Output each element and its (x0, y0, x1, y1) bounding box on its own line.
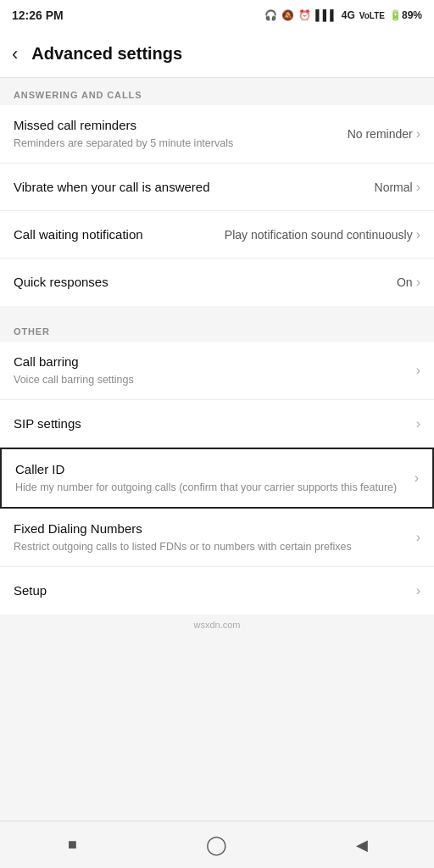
item-title-fixed-dialing-numbers: Fixed Dialing Numbers (14, 520, 409, 537)
item-title-call-waiting-notification: Call waiting notification (14, 226, 218, 243)
chevron-icon-caller-id: › (415, 470, 419, 486)
item-left-call-barring: Call barringVoice call barring settings (14, 353, 416, 387)
bottom-nav: ■ ◯ ◀ (0, 821, 434, 868)
nav-square-button[interactable]: ■ (60, 833, 84, 857)
nav-home-button[interactable]: ◯ (205, 833, 229, 857)
network-volte-icon: VoLTE (359, 11, 385, 20)
chevron-icon-call-barring: › (416, 363, 420, 378)
settings-item-setup[interactable]: Setup› (0, 567, 434, 615)
alarm-icon: ⏰ (298, 9, 311, 21)
item-title-vibrate-call-answered: Vibrate when your call is answered (14, 179, 368, 196)
item-title-sip-settings: SIP settings (14, 415, 409, 432)
settings-item-call-barring[interactable]: Call barringVoice call barring settings› (0, 342, 434, 400)
watermark: wsxdn.com (0, 615, 434, 689)
page-title: Advanced settings (31, 44, 182, 64)
settings-item-vibrate-call-answered[interactable]: Vibrate when your call is answeredNormal… (0, 164, 434, 211)
item-left-caller-id: Caller IDHide my number for outgoing cal… (15, 461, 415, 495)
app-header: ‹ Advanced settings (0, 31, 434, 78)
item-title-caller-id: Caller ID (15, 461, 408, 478)
item-left-fixed-dialing-numbers: Fixed Dialing NumbersRestrict outgoing c… (14, 520, 416, 554)
settings-item-caller-id[interactable]: Caller IDHide my number for outgoing cal… (0, 448, 434, 509)
chevron-icon-missed-call-reminders: › (416, 126, 420, 142)
item-right-caller-id: › (415, 470, 419, 486)
mute-icon: 🔕 (281, 9, 294, 21)
section-gap-0 (0, 306, 434, 314)
item-right-vibrate-call-answered: Normal› (375, 180, 420, 195)
signal-icon: ▌▌▌ (315, 9, 337, 21)
status-time: 12:26 PM (12, 8, 64, 22)
triangle-icon: ◀ (356, 836, 368, 854)
item-right-call-barring: › (416, 363, 420, 378)
settings-item-missed-call-reminders[interactable]: Missed call remindersReminders are separ… (0, 105, 434, 164)
item-left-sip-settings: SIP settings (14, 415, 416, 432)
item-title-setup: Setup (14, 582, 409, 599)
settings-item-quick-responses[interactable]: Quick responsesOn› (0, 259, 434, 306)
item-value-quick-responses: On (397, 275, 413, 289)
battery-icon: 🔋89% (389, 9, 422, 21)
item-value-call-waiting-notification: Play notification sound continuously (225, 228, 413, 242)
circle-icon: ◯ (206, 834, 227, 856)
chevron-icon-call-waiting-notification: › (416, 227, 420, 242)
item-left-vibrate-call-answered: Vibrate when your call is answered (14, 179, 375, 196)
network-4g-icon: 4G (342, 9, 355, 21)
item-right-missed-call-reminders: No reminder› (348, 126, 420, 142)
settings-item-sip-settings[interactable]: SIP settings› (0, 400, 434, 448)
item-value-vibrate-call-answered: Normal (375, 181, 413, 194)
item-title-call-barring: Call barring (14, 353, 409, 370)
item-right-quick-responses: On› (397, 275, 420, 290)
chevron-icon-vibrate-call-answered: › (416, 180, 420, 195)
section-list-0: Missed call remindersReminders are separ… (0, 105, 434, 306)
item-right-fixed-dialing-numbers: › (416, 530, 420, 545)
item-subtitle-call-barring: Voice call barring settings (14, 373, 409, 388)
back-button[interactable]: ‹ (12, 45, 18, 64)
nav-back-button[interactable]: ◀ (350, 833, 374, 857)
chevron-icon-setup: › (416, 583, 420, 598)
square-icon: ■ (68, 836, 77, 854)
item-right-setup: › (416, 583, 420, 598)
headset-icon: 🎧 (264, 9, 277, 21)
item-left-call-waiting-notification: Call waiting notification (14, 226, 225, 243)
item-left-setup: Setup (14, 582, 416, 599)
item-title-quick-responses: Quick responses (14, 274, 390, 291)
section-label-0: ANSWERING AND CALLS (0, 78, 434, 105)
item-subtitle-caller-id: Hide my number for outgoing calls (confi… (15, 481, 408, 496)
chevron-icon-quick-responses: › (416, 275, 420, 290)
chevron-icon-fixed-dialing-numbers: › (416, 530, 420, 545)
status-bar: 12:26 PM 🎧 🔕 ⏰ ▌▌▌ 4G VoLTE 🔋89% (0, 0, 434, 31)
settings-content: ANSWERING AND CALLSMissed call reminders… (0, 78, 434, 615)
item-value-missed-call-reminders: No reminder (348, 127, 413, 141)
item-right-call-waiting-notification: Play notification sound continuously› (225, 227, 420, 242)
item-subtitle-missed-call-reminders: Reminders are separated by 5 minute inte… (14, 136, 341, 152)
status-icons: 🎧 🔕 ⏰ ▌▌▌ 4G VoLTE 🔋89% (264, 9, 422, 21)
item-left-quick-responses: Quick responses (14, 274, 397, 291)
section-list-1: Call barringVoice call barring settings›… (0, 342, 434, 615)
section-label-1: OTHER (0, 314, 434, 342)
item-title-missed-call-reminders: Missed call reminders (14, 117, 341, 134)
chevron-icon-sip-settings: › (416, 416, 420, 431)
item-left-missed-call-reminders: Missed call remindersReminders are separ… (14, 117, 348, 151)
settings-item-fixed-dialing-numbers[interactable]: Fixed Dialing NumbersRestrict outgoing c… (0, 509, 434, 567)
settings-item-call-waiting-notification[interactable]: Call waiting notificationPlay notificati… (0, 211, 434, 259)
item-subtitle-fixed-dialing-numbers: Restrict outgoing calls to listed FDNs o… (14, 540, 409, 555)
item-right-sip-settings: › (416, 416, 420, 431)
